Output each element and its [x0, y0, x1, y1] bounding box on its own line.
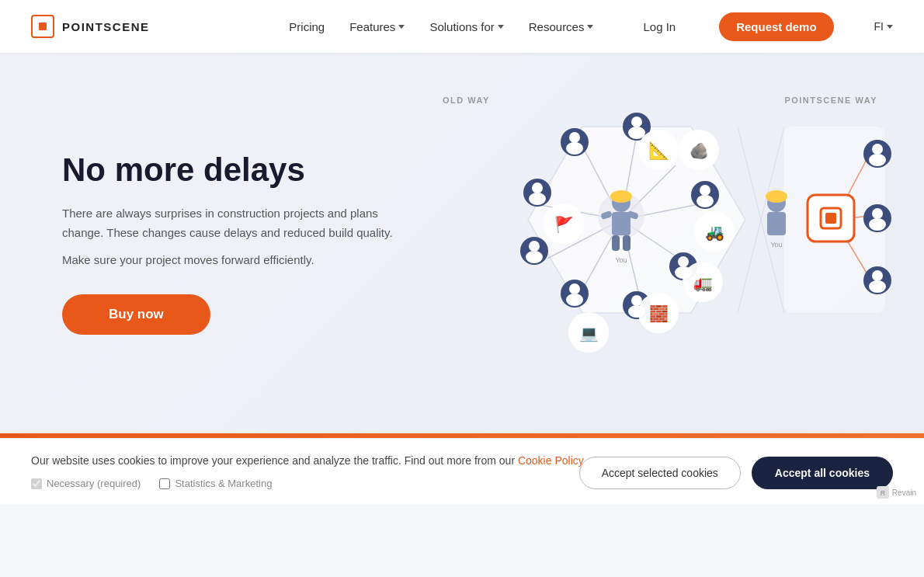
svg-rect-66 — [825, 213, 836, 224]
cookie-buttons: Accept selected cookies Accept all cooki… — [579, 457, 893, 489]
nav-links: Pricing Features Solutions for Resources… — [289, 12, 893, 41]
svg-rect-58 — [612, 212, 630, 235]
revain-badge: R Revain — [877, 486, 916, 499]
resources-chevron-icon — [587, 25, 593, 29]
svg-point-23 — [700, 185, 710, 196]
svg-point-76 — [872, 208, 883, 219]
svg-point-21 — [566, 142, 583, 155]
svg-point-26 — [678, 256, 689, 267]
navbar: POINTSCENE Pricing Features Solutions fo… — [0, 0, 924, 53]
stats-checkbox[interactable] — [159, 478, 170, 489]
logo-icon — [31, 15, 54, 38]
necessary-checkbox-label[interactable]: Necessary (required) — [31, 478, 141, 489]
svg-point-24 — [696, 195, 714, 207]
hero-title: No more delays — [62, 151, 404, 189]
accept-all-button[interactable]: Accept all cookies — [752, 457, 893, 489]
nav-solutions[interactable]: Solutions for — [429, 20, 503, 33]
svg-text:🚜: 🚜 — [705, 223, 724, 242]
svg-point-77 — [869, 218, 886, 231]
svg-point-74 — [869, 154, 886, 166]
svg-text:🚛: 🚛 — [693, 273, 713, 292]
diagram-area: OLD WAY POINTSCENE WAY — [412, 96, 893, 391]
svg-rect-69 — [766, 195, 787, 198]
svg-text:📐: 📐 — [648, 140, 670, 161]
cookie-policy-link[interactable]: Cookie Policy. — [518, 454, 586, 467]
svg-text:R: R — [881, 489, 886, 497]
svg-text:You: You — [615, 256, 627, 264]
nav-login[interactable]: Log In — [643, 20, 676, 33]
svg-point-39 — [529, 193, 546, 205]
svg-point-36 — [526, 251, 543, 263]
svg-point-79 — [872, 270, 883, 281]
nav-features[interactable]: Features — [349, 20, 405, 33]
svg-text:You: You — [770, 241, 782, 249]
svg-text:🧱: 🧱 — [649, 304, 669, 323]
svg-rect-57 — [610, 195, 632, 198]
svg-point-73 — [872, 144, 883, 155]
svg-point-20 — [569, 132, 580, 143]
cookie-banner: Our website uses cookies to improve your… — [0, 438, 924, 505]
svg-point-32 — [569, 283, 580, 294]
stats-checkbox-label[interactable]: Statistics & Marketing — [159, 478, 272, 489]
diagram-svg: 📐 🪨 🚩 💻 🚜 🚛 🧱 — [412, 103, 893, 391]
svg-point-80 — [869, 280, 886, 293]
logo-text: POINTSCENE — [62, 20, 150, 33]
hero-description: There are always surprises in constructi… — [62, 204, 404, 243]
svg-point-38 — [532, 182, 543, 193]
hero-subtext: Make sure your project moves forward eff… — [62, 253, 404, 266]
svg-text:💻: 💻 — [579, 324, 599, 342]
svg-point-18 — [628, 127, 645, 139]
request-demo-button[interactable]: Request demo — [719, 12, 833, 41]
features-chevron-icon — [398, 25, 405, 29]
buy-now-button[interactable]: Buy now — [62, 294, 210, 335]
svg-point-35 — [529, 241, 540, 252]
solutions-chevron-icon — [498, 25, 504, 29]
svg-rect-62 — [623, 235, 630, 251]
hero-section: No more delays There are always surprise… — [0, 53, 924, 433]
nav-resources[interactable]: Resources — [529, 20, 594, 33]
accept-selected-button[interactable]: Accept selected cookies — [579, 457, 741, 489]
necessary-checkbox[interactable] — [31, 478, 42, 489]
lang-selector[interactable]: FI — [874, 20, 893, 33]
hero-content: No more delays There are always surprise… — [62, 151, 404, 335]
svg-rect-61 — [612, 235, 620, 251]
svg-text:🚩: 🚩 — [554, 215, 574, 234]
nav-pricing[interactable]: Pricing — [289, 20, 325, 33]
svg-text:🪨: 🪨 — [690, 141, 709, 160]
revain-icon: R — [877, 486, 889, 499]
lang-chevron-icon — [887, 25, 893, 29]
svg-point-17 — [631, 116, 642, 127]
logo-area[interactable]: POINTSCENE — [31, 15, 150, 38]
logo-icon-inner — [39, 23, 47, 30]
svg-rect-70 — [767, 212, 786, 235]
svg-point-33 — [566, 294, 583, 306]
